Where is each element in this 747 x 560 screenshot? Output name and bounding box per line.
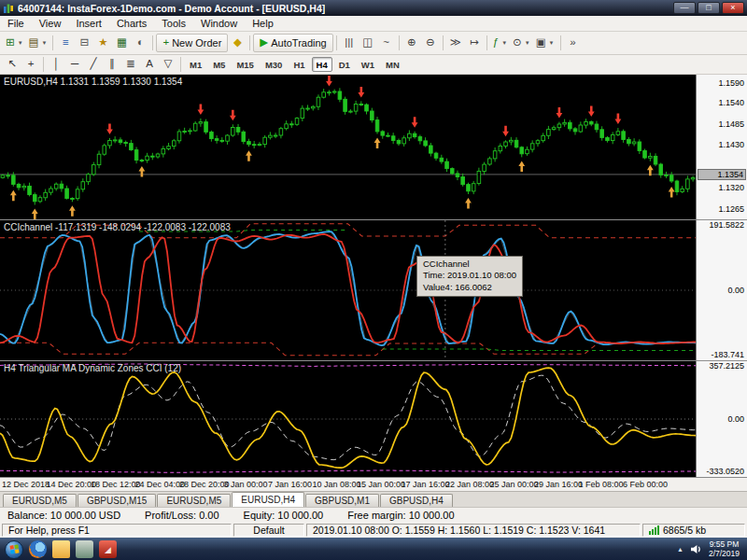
tma-plot[interactable]: H4 Triangular MA Dynamic Zones CCI (12) <box>0 361 696 477</box>
tray-chevron-icon[interactable]: ▲ <box>677 546 684 553</box>
start-button[interactable] <box>5 540 23 559</box>
status-template[interactable]: Default <box>233 524 304 537</box>
trendline-icon: ╱ <box>91 59 97 70</box>
scale-tick: 1.1430 <box>718 140 744 149</box>
navigator-icon: ★ <box>98 37 107 49</box>
new-chart-button[interactable]: ⊞▼ <box>3 34 26 52</box>
price-chart-plot[interactable]: EURUSD,H4 1.1331 1.1359 1.1330 1.1354 <box>0 75 696 219</box>
cci-indicator-panel: CCIchannel -117.1319 -148.0294 -122.0083… <box>0 220 747 360</box>
timeframe-h1[interactable]: H1 <box>289 57 309 72</box>
toolbar-overflow-button[interactable]: » <box>564 34 583 52</box>
profiles-button[interactable]: ▤▼ <box>26 34 50 52</box>
menu-view[interactable]: View <box>32 17 69 30</box>
chart-tab-eurusdm5[interactable]: EURUSD,M5 <box>3 494 77 507</box>
terminal-button[interactable]: ▦ <box>112 34 131 52</box>
chart-tab-gbpusdm15[interactable]: GBPUSD,M15 <box>78 494 156 507</box>
market-watch-button[interactable]: ≡ <box>56 34 75 52</box>
close-button[interactable]: × <box>722 2 744 14</box>
toolbar-separator <box>52 35 53 50</box>
text-label-button[interactable]: A <box>140 55 159 74</box>
time-label: 7 Jan 16:00 <box>268 480 312 489</box>
dropdown-arrow-icon: ▼ <box>41 40 47 46</box>
chart-tab-eurusdm5[interactable]: EURUSD,M5 <box>157 494 231 507</box>
equidistant-channel-icon: ∥ <box>109 59 115 70</box>
trendline-button[interactable]: ╱ <box>84 55 103 74</box>
chart-bars-icon: ||| <box>345 37 353 49</box>
horizontal-line-button[interactable]: ─ <box>65 55 84 74</box>
time-label: 3 Jan 00:00 <box>224 480 268 489</box>
time-label: 12 Dec 2018 <box>2 480 49 489</box>
timeframe-m15[interactable]: M15 <box>232 57 258 72</box>
chart-bars-button[interactable]: ||| <box>340 34 359 52</box>
menu-tools[interactable]: Tools <box>154 17 193 30</box>
zoom-out-button[interactable]: ⊖ <box>421 34 440 52</box>
dropdown-arrow-icon: ▼ <box>501 40 507 46</box>
chart-line-button[interactable]: ~ <box>377 34 396 52</box>
market-watch-icon: ≡ <box>63 37 69 49</box>
chart-tab-eurusdh4[interactable]: EURUSD,H4 <box>232 492 304 507</box>
menu-window[interactable]: Window <box>193 17 245 30</box>
arrows-tool-button[interactable]: ▽ <box>159 55 177 74</box>
templates-button[interactable]: ▣▼ <box>533 34 557 52</box>
timeframe-w1[interactable]: W1 <box>357 57 379 72</box>
auto-scroll-button[interactable]: ≫ <box>446 34 465 52</box>
taskbar-clock[interactable]: 9:55 PM 2/7/2019 <box>709 540 742 559</box>
periods-icon: ⊙ <box>513 37 522 49</box>
chart-tab-gbpusdh4[interactable]: GBPUSD,H4 <box>380 494 453 507</box>
fibonacci-button[interactable]: ≣ <box>121 55 140 74</box>
timeframe-mn[interactable]: MN <box>381 57 404 72</box>
time-axis[interactable]: 12 Dec 201814 Dec 20:0018 Dec 12:0024 De… <box>0 477 747 491</box>
menu-insert[interactable]: Insert <box>68 17 109 30</box>
cci-plot[interactable]: CCIchannel -117.1319 -148.0294 -122.0083… <box>0 220 696 360</box>
data-window-button[interactable]: ⊟ <box>75 34 93 52</box>
new-order-button[interactable]: +New Order <box>156 34 228 52</box>
cursor-button[interactable]: ↖ <box>3 55 21 74</box>
status-connection[interactable]: 6865/5 kb <box>642 524 745 537</box>
speaker-icon[interactable] <box>690 541 702 558</box>
metaeditor-button[interactable]: ◆ <box>228 34 247 52</box>
tma-scale[interactable]: 357.21250.00-333.0520 <box>696 361 747 477</box>
menu-file[interactable]: File <box>0 17 32 30</box>
new-chart-icon: ⊞ <box>6 37 15 49</box>
scale-tick: -333.0520 <box>706 467 744 476</box>
title-bar: 64007144: InstaForex-1Demo.com - Demo Ac… <box>0 0 747 16</box>
time-label: 28 Dec 20:00 <box>179 480 230 489</box>
timeframe-m30[interactable]: M30 <box>261 57 287 72</box>
navigator-button[interactable]: ★ <box>93 34 112 52</box>
menu-help[interactable]: Help <box>245 17 281 30</box>
tooltip-title: CCIchannel <box>423 259 516 270</box>
arrows-tool-icon: ▽ <box>164 59 173 70</box>
autotrading-button[interactable]: ▶AutoTrading <box>253 34 332 52</box>
minimize-button[interactable]: — <box>673 2 696 14</box>
cci-scale[interactable]: 191.58220.00-183.741 <box>696 220 747 360</box>
chart-candles-button[interactable]: ◫ <box>359 34 377 52</box>
maximize-button[interactable]: □ <box>698 2 720 14</box>
timeframe-m1[interactable]: M1 <box>185 57 206 72</box>
periods-button[interactable]: ⊙▼ <box>510 34 533 52</box>
vertical-line-button[interactable]: │ <box>47 55 65 74</box>
price-scale[interactable]: 1.15901.15401.14851.14301.13201.12651.13… <box>696 75 747 219</box>
crosshair-button[interactable]: + <box>21 55 40 74</box>
chart-tab-gbpusdm1[interactable]: GBPUSD,M1 <box>305 494 379 507</box>
chart-tabs-bar: EURUSD,M5GBPUSD,M15EURUSD,M5EURUSD,H4GBP… <box>0 491 747 507</box>
strategy-tester-button[interactable]: ◐ <box>131 34 149 52</box>
scale-tick: 1.1540 <box>718 98 744 107</box>
timeframe-d1[interactable]: D1 <box>334 57 355 72</box>
chart-shift-button[interactable]: ↦ <box>465 34 484 52</box>
equidistant-channel-button[interactable]: ∥ <box>103 55 121 74</box>
indicators-button[interactable]: ƒ▼ <box>490 34 510 52</box>
candlestick-chart <box>0 75 696 219</box>
zoom-in-button[interactable]: ⊕ <box>402 34 421 52</box>
folder-taskbar-icon[interactable] <box>52 540 70 558</box>
timeframe-m5[interactable]: M5 <box>208 57 230 72</box>
browser-taskbar-icon[interactable] <box>29 540 47 558</box>
menu-charts[interactable]: Charts <box>109 17 154 30</box>
trading-app-taskbar-icon[interactable]: ◢ <box>99 540 117 558</box>
time-label: 1 Feb 08:00 <box>579 480 624 489</box>
timeframe-h4[interactable]: H4 <box>312 57 332 72</box>
profit-loss-value: Profit/Loss: 0.00 <box>145 510 219 521</box>
price-chart-panel: EURUSD,H4 1.1331 1.1359 1.1330 1.1354 1.… <box>0 75 747 219</box>
vertical-line-icon: │ <box>52 59 59 70</box>
app-icon <box>3 3 14 14</box>
app-taskbar-icon[interactable] <box>76 540 93 558</box>
